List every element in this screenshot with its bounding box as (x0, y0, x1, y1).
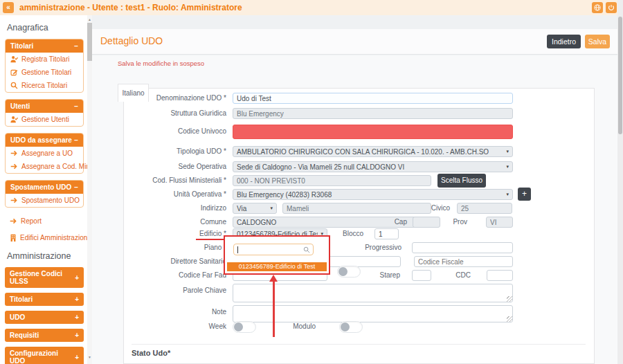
expand-icon[interactable]: + (75, 313, 79, 321)
arrow-icon (10, 163, 18, 170)
codice-univoco-input-error[interactable] (233, 125, 513, 139)
section-header-requisiti[interactable]: Requisiti+ (5, 329, 84, 342)
sede-operativa-select[interactable]: Sede di Caldogno - Via Mameli 25 null CA… (233, 161, 513, 172)
sidebar-item-spostamento-udo[interactable]: Spostamento UDO (6, 194, 83, 207)
scelta-flusso-button[interactable]: Scelta Flusso (437, 174, 486, 188)
expand-icon[interactable]: + (75, 354, 79, 361)
sidebar-item-assegnare-a-cod-min[interactable]: Assegnare a Cod. Min. (6, 160, 83, 173)
collapse-icon[interactable]: − (74, 183, 78, 191)
chevron-down-icon: ▾ (506, 149, 509, 154)
denominazione-input[interactable] (233, 93, 513, 104)
section-header-udo-da-assegnare[interactable]: UDO da assegnare− (6, 134, 83, 147)
section-title: Titolari (10, 295, 33, 303)
sidebar-item-label: Spostamento UDO (21, 197, 80, 204)
section-title: Spostamento UDO (10, 183, 71, 191)
modulo-toggle[interactable] (339, 321, 363, 333)
section-header-udo[interactable]: UDO+ (5, 311, 84, 324)
collapse-icon[interactable]: − (74, 102, 78, 110)
sidebar-scroll-up-icon[interactable]: ▲ (87, 17, 92, 22)
toggle-knob (234, 322, 243, 331)
section-title: Requisiti (10, 331, 39, 339)
section-header-gestione-codici-ulss[interactable]: Gestione Codici ULSS+ (5, 267, 84, 288)
text-cursor (237, 246, 238, 253)
starep-input[interactable] (412, 270, 431, 281)
struttura-label: Struttura Giuridica (123, 109, 226, 117)
flussi-input (233, 175, 431, 186)
collapse-icon[interactable]: − (74, 42, 78, 50)
arrow-icon (10, 217, 17, 225)
sede-operativa-label: Sede Operativa (123, 163, 226, 170)
parole-chiave-label: Parole Chiave (123, 286, 226, 294)
sidebar-scrollbar-thumb[interactable] (87, 23, 92, 61)
sidebar-item-assegnare-a-uo[interactable]: Assegnare a UO (6, 147, 83, 160)
add-unita-button[interactable]: + (518, 188, 531, 201)
sidebar-nav: AnagraficaTitolari−Registra TitolariGest… (0, 15, 87, 364)
sidebar-item-gestione-utenti[interactable]: Gestione Utenti (6, 113, 83, 126)
progressivo-input[interactable] (412, 242, 513, 253)
sidebar-item-label: Registra Titolari (21, 55, 69, 63)
arrow-icon (10, 197, 18, 204)
tab-italiano[interactable]: Italiano (118, 84, 149, 102)
section-header-spostamento-udo[interactable]: Spostamento UDO− (6, 181, 83, 194)
flussi-label: Cod. Flussi Ministeriali * (123, 176, 226, 184)
sidebar-section-udo-da-assegnare: UDO da assegnare−Assegnare a UOAssegnare… (5, 133, 84, 174)
sidebar-item-report[interactable]: Report (3, 214, 85, 228)
chevron-down-icon: ▾ (270, 206, 273, 211)
progressivo-label: Progressivo (365, 244, 401, 251)
section-header-titolari[interactable]: Titolari+ (5, 293, 84, 306)
sidebar-section-requisiti: Requisiti+ (5, 329, 84, 342)
app-window: « amministrazione - Utente : test1 - Ruo… (0, 0, 623, 364)
unita-operativa-select[interactable]: Blu Emergency (40283) R3068▾ (233, 189, 513, 200)
via-value: Via (237, 205, 267, 212)
sidebar-scroll-down-icon[interactable]: ▼ (87, 354, 92, 360)
save-button[interactable]: Salva (585, 35, 610, 48)
section-header-utenti[interactable]: Utenti− (6, 100, 83, 113)
section-header-titolari[interactable]: Titolari− (6, 39, 83, 53)
cdc-input[interactable] (487, 270, 513, 281)
textarea-resize-grip[interactable] (507, 316, 512, 322)
tipologia-select[interactable]: AMBULATORIO CHIRURGICO CON SALA CHIRURGI… (233, 146, 513, 157)
civico-input (457, 203, 512, 214)
blocco-label: Blocco (332, 230, 363, 237)
farfad-toggle[interactable] (337, 266, 361, 277)
textarea-resize-grip[interactable] (507, 296, 512, 302)
blocco-input[interactable] (374, 228, 399, 239)
sidebar-item-ricerca-titolari[interactable]: Ricerca Titolari (6, 79, 83, 92)
sidebar-item-edifici-amministrazione[interactable]: Edifici Amministrazione (3, 230, 85, 245)
dropdown-option-selected[interactable]: 0123456789-Edificio di Test (227, 262, 327, 271)
globe-icon (594, 4, 601, 11)
edificio-label: Edificio * (123, 230, 226, 237)
sidebar-section-spostamento-udo: Spostamento UDO−Spostamento UDO (5, 180, 84, 208)
back-button[interactable]: Indietro (547, 35, 581, 48)
search-icon (10, 82, 18, 89)
language-globe-button[interactable] (592, 2, 603, 13)
collapse-icon[interactable]: − (74, 136, 78, 144)
expand-icon[interactable]: + (75, 274, 79, 282)
sidebar-item-label: Ricerca Titolari (21, 82, 67, 89)
sidebar-heading-anagrafica: Anagrafica (7, 23, 85, 33)
codice-univoco-label: Codice Univoco (123, 127, 226, 135)
sidebar-scrollbar-track[interactable] (87, 15, 92, 364)
codice-fiscale-input[interactable] (414, 256, 513, 267)
page-scrollbar-thumb[interactable] (618, 17, 622, 134)
week-toggle[interactable] (233, 321, 256, 333)
expand-icon[interactable]: + (75, 295, 79, 303)
edificio-dropdown-annotated: 0123456789-Edificio di Test (224, 235, 330, 275)
sidebar-item-registra-titolari[interactable]: Registra Titolari (6, 53, 83, 66)
section-header-configurazioni-udo[interactable]: Configurazioni UDO+ (5, 347, 84, 364)
sidebar-section-titolari: Titolari+ (5, 293, 84, 306)
logout-power-button[interactable] (606, 2, 617, 13)
dropdown-search-input[interactable] (233, 244, 314, 255)
sidebar-item-gestione-titolari[interactable]: Gestione Titolari (6, 66, 83, 79)
page-title-bar (92, 29, 617, 55)
sidebar-section-titolari: Titolari−Registra TitolariGestione Titol… (5, 39, 84, 93)
civico-label: Civico (408, 204, 450, 212)
sidebar-item-label: Edifici Amministrazione (20, 234, 87, 242)
section-title: Titolari (10, 42, 33, 50)
user-icon (10, 116, 18, 123)
expand-icon[interactable]: + (75, 331, 79, 339)
sidebar-collapse-button[interactable]: « (3, 2, 14, 13)
arrow-icon (10, 149, 18, 157)
struttura-input (233, 108, 513, 119)
sidebar-item-label: Gestione Utenti (21, 116, 69, 123)
